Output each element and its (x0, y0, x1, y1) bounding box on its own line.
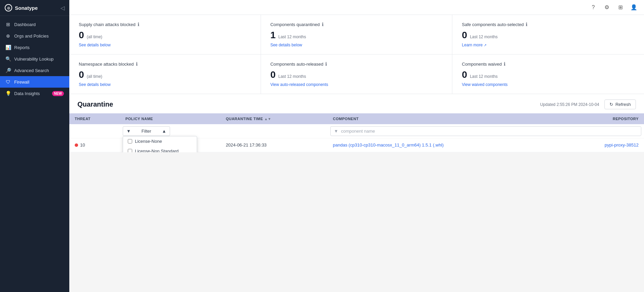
policy-filter-cell: ▼ Filter ▲ License-None License-Non Stan… (120, 124, 220, 138)
sidebar-icon-data-insights: 💡 (5, 91, 11, 96)
stat-link-components-auto-released[interactable]: View auto-released components (270, 82, 328, 87)
stat-period-components-quarantined: Last 12 months (278, 35, 306, 39)
quarantine-meta: Updated 2:55:26 PM 2024-10-04 ↻ Refresh (540, 99, 636, 109)
info-icon-components-auto-released[interactable]: ℹ (325, 61, 327, 67)
filter-option-label-license-none: License-None (135, 139, 162, 144)
stats-grid-bottom: Namespace attacks blocked ℹ 0 (all time)… (69, 54, 644, 94)
repo-link-0[interactable]: pypi-proxy-38512 (605, 142, 639, 148)
component-filter-input[interactable] (341, 129, 638, 134)
quarantine-table-container: THREAT POLICY NAME QUARANTINE TIME ▲▼ CO… (69, 113, 644, 152)
stat-period-components-auto-released: Last 12 months (278, 74, 306, 79)
sidebar-label-advanced-search: Advanced Search (14, 68, 49, 73)
stat-value-supply-chain-attacks: 0 (all time) (79, 30, 251, 41)
stat-value-components-waived: 0 Last 12 months (462, 69, 635, 80)
stat-value-safe-components-auto-selected: 0 Last 12 months (462, 30, 635, 41)
refresh-button[interactable]: ↻ Refresh (604, 99, 636, 109)
table-body: ▼ Filter ▲ License-None License-Non Stan… (69, 124, 644, 152)
stat-link-namespace-attacks[interactable]: See details below (79, 82, 111, 87)
filter-row: ▼ Filter ▲ License-None License-Non Stan… (69, 124, 644, 138)
logo-icon: ◎ (5, 4, 12, 12)
user-icon[interactable]: 👤 (629, 3, 639, 12)
external-icon-${stat.id}: ↗ (484, 43, 486, 47)
quarantine-section: Quarantine Updated 2:55:26 PM 2024-10-04… (69, 94, 644, 152)
filter-checkbox-license-none[interactable] (128, 139, 132, 143)
sidebar-label-dashboard: Dashboard (14, 22, 36, 27)
stat-number-components-auto-released: 0 (270, 69, 276, 80)
stat-link-supply-chain-attacks[interactable]: See details below (79, 43, 111, 47)
stats-grid-top: Supply chain attacks blocked ℹ 0 (all ti… (69, 15, 644, 54)
info-icon-components-quarantined[interactable]: ℹ (322, 22, 324, 27)
col-threat: THREAT (69, 113, 120, 124)
sidebar-icon-firewall: 🛡 (5, 79, 11, 85)
sidebar-icon-orgs-policies: ⊕ (5, 33, 11, 39)
stat-title-namespace-attacks: Namespace attacks blocked ℹ (79, 61, 251, 67)
quarantine-table: THREAT POLICY NAME QUARANTINE TIME ▲▼ CO… (69, 113, 644, 152)
info-icon-namespace-attacks[interactable]: ℹ (136, 61, 138, 67)
sort-icon: ▲▼ (264, 117, 271, 121)
filter-label: Filter (142, 129, 151, 134)
info-icon-safe-components-auto-selected[interactable]: ℹ (526, 22, 527, 27)
sidebar-logo: ◎ Sonatype (5, 4, 38, 12)
stat-title-text-components-waived: Components waived (462, 62, 502, 67)
refresh-label: Refresh (615, 102, 631, 107)
threat-filter-cell (69, 124, 120, 138)
filter-checkbox-license-non-standard[interactable] (128, 149, 132, 152)
time-filter-cell (220, 124, 328, 138)
component-link-0[interactable]: pandas (cp310-cp310-macosx_11_0_arm64) 1… (333, 142, 444, 148)
sidebar-nav: ⊞ Dashboard ⊕ Orgs and Policies 📊 Report… (0, 16, 69, 102)
filter-button[interactable]: ▼ Filter ▲ (123, 126, 170, 136)
filter-caret-icon: ▲ (162, 129, 166, 134)
sidebar-item-reports[interactable]: 📊 Reports (0, 42, 69, 53)
cell-component-0: pandas (cp310-cp310-macosx_11_0_arm64) 1… (328, 138, 559, 152)
info-icon-supply-chain-attacks[interactable]: ℹ (138, 22, 139, 27)
cell-repo-0: pypi-proxy-38512 (559, 138, 644, 152)
stat-period-components-waived: Last 12 months (470, 74, 498, 79)
stat-number-components-waived: 0 (462, 69, 467, 80)
sidebar-logo-text: Sonatype (15, 5, 38, 11)
filter-wrapper: ▼ Filter ▲ License-None License-Non Stan… (123, 126, 170, 136)
sidebar-label-orgs-policies: Orgs and Policies (14, 33, 49, 39)
sidebar-item-firewall[interactable]: 🛡 Firewall (0, 76, 69, 88)
stat-title-text-namespace-attacks: Namespace attacks blocked (79, 62, 134, 67)
stat-link-safe-components-auto-selected[interactable]: Learn more ↗ (462, 43, 486, 47)
sidebar-icon-vulnerability-lookup: 🔍 (5, 56, 11, 62)
stat-title-safe-components-auto-selected: Safe components auto-selected ℹ (462, 22, 635, 27)
stat-card-namespace-attacks: Namespace attacks blocked ℹ 0 (all time)… (69, 54, 261, 94)
sidebar-icon-reports: 📊 (5, 45, 11, 50)
filter-funnel-icon: ▼ (126, 129, 131, 134)
sidebar-header: ◎ Sonatype ◁ (0, 0, 69, 16)
col-quarantine-time[interactable]: QUARANTINE TIME ▲▼ (220, 113, 328, 124)
stat-number-safe-components-auto-selected: 0 (462, 30, 467, 41)
sidebar-collapse-button[interactable]: ◁ (61, 5, 65, 11)
info-icon-components-waived[interactable]: ℹ (504, 61, 505, 67)
apps-icon[interactable]: ⊞ (616, 3, 625, 12)
sidebar-item-orgs-policies[interactable]: ⊕ Orgs and Policies (0, 30, 69, 42)
sidebar-label-data-insights: Data Insights (14, 91, 40, 96)
main-content: Supply chain attacks blocked ℹ 0 (all ti… (69, 15, 644, 292)
threat-dot-0: 10 (75, 142, 85, 148)
sidebar-item-vulnerability-lookup[interactable]: 🔍 Vulnerability Lookup (0, 53, 69, 65)
stat-number-components-quarantined: 1 (270, 30, 276, 41)
filter-scroll: License-None License-Non Standard Licens… (123, 136, 197, 152)
quarantine-header: Quarantine Updated 2:55:26 PM 2024-10-04… (69, 94, 644, 113)
sidebar-label-firewall: Firewall (14, 80, 29, 85)
sidebar-icon-dashboard: ⊞ (5, 22, 11, 27)
sidebar-label-reports: Reports (14, 45, 30, 50)
filter-option-license-none[interactable]: License-None (123, 136, 197, 146)
table-header: THREAT POLICY NAME QUARANTINE TIME ▲▼ CO… (69, 113, 644, 124)
sidebar-item-data-insights[interactable]: 💡 Data Insights NEW (0, 88, 69, 99)
stat-number-namespace-attacks: 0 (79, 69, 84, 80)
stat-number-supply-chain-attacks: 0 (79, 30, 84, 41)
stat-period-namespace-attacks: (all time) (87, 74, 102, 79)
filter-option-license-non-standard[interactable]: License-Non Standard (123, 146, 197, 152)
sidebar-item-dashboard[interactable]: ⊞ Dashboard (0, 19, 69, 30)
stat-link-components-waived[interactable]: View waived components (462, 82, 507, 87)
stat-card-safe-components-auto-selected: Safe components auto-selected ℹ 0 Last 1… (452, 15, 644, 54)
sidebar-item-advanced-search[interactable]: 🔎 Advanced Search (0, 65, 69, 76)
stat-link-components-quarantined[interactable]: See details below (270, 43, 302, 47)
help-icon[interactable]: ? (589, 3, 598, 12)
stat-value-components-quarantined: 1 Last 12 months (270, 30, 443, 41)
stat-title-components-waived: Components waived ℹ (462, 61, 635, 67)
sidebar-label-vulnerability-lookup: Vulnerability Lookup (14, 57, 54, 62)
gear-icon[interactable]: ⚙ (602, 3, 612, 12)
